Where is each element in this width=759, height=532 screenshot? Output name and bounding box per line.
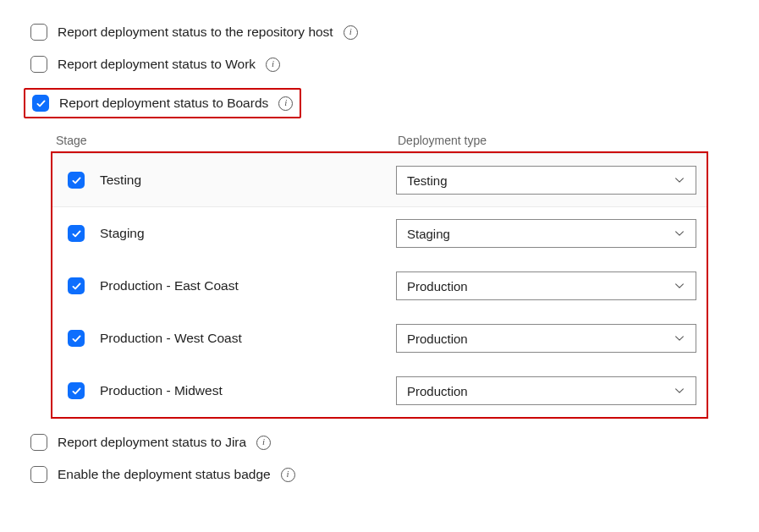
- stage-name: Production - West Coast: [100, 331, 242, 346]
- label-repo-host: Report deployment status to the reposito…: [58, 25, 333, 40]
- header-type: Deployment type: [398, 134, 708, 147]
- checkbox-stage-testing[interactable]: [68, 172, 85, 189]
- deployment-type-select[interactable]: Production: [396, 324, 696, 353]
- checkbox-work[interactable]: [30, 56, 47, 73]
- option-jira: Report deployment status to Jira: [30, 434, 742, 451]
- label-work: Report deployment status to Work: [58, 57, 256, 72]
- checkbox-stage-staging[interactable]: [68, 225, 85, 242]
- checkbox-badge[interactable]: [30, 466, 47, 483]
- info-icon[interactable]: [278, 96, 293, 111]
- deployment-type-select[interactable]: Production: [396, 376, 696, 405]
- stage-name: Production - East Coast: [100, 278, 239, 293]
- select-value: Production: [407, 384, 468, 398]
- checkbox-stage-prod-west[interactable]: [68, 330, 85, 347]
- label-boards: Report deployment status to Boards: [59, 96, 268, 111]
- select-value: Production: [407, 332, 468, 346]
- info-icon[interactable]: [281, 468, 295, 482]
- deployment-type-select[interactable]: Staging: [396, 219, 696, 248]
- stage-name: Production - Midwest: [100, 383, 223, 398]
- deployment-type-select[interactable]: Testing: [396, 166, 696, 195]
- stage-row: Production - Midwest Production: [52, 365, 707, 417]
- stages-panel: Testing Testing Staging Staging: [51, 151, 708, 419]
- checkbox-boards[interactable]: [32, 95, 49, 112]
- header-stage: Stage: [51, 134, 398, 147]
- option-boards: Report deployment status to Boards: [24, 88, 301, 118]
- stage-name: Staging: [100, 226, 145, 241]
- info-icon[interactable]: [266, 58, 280, 72]
- select-value: Testing: [407, 173, 448, 188]
- chevron-down-icon: [674, 174, 685, 186]
- label-jira: Report deployment status to Jira: [58, 435, 246, 450]
- info-icon[interactable]: [256, 436, 271, 450]
- chevron-down-icon: [674, 280, 685, 292]
- checkbox-jira[interactable]: [30, 434, 47, 451]
- deployment-type-select[interactable]: Production: [396, 271, 696, 300]
- select-value: Production: [407, 279, 468, 293]
- stage-row: Testing Testing: [52, 153, 707, 207]
- option-repo-host: Report deployment status to the reposito…: [30, 24, 742, 41]
- info-icon[interactable]: [344, 25, 358, 40]
- highlight-boards: Report deployment status to Boards: [30, 88, 742, 118]
- stage-row: Production - West Coast Production: [52, 312, 707, 365]
- chevron-down-icon: [674, 385, 685, 397]
- checkbox-repo-host[interactable]: [30, 24, 47, 41]
- stage-row: Production - East Coast Production: [52, 260, 707, 312]
- checkbox-stage-prod-east[interactable]: [68, 277, 85, 294]
- stage-row: Staging Staging: [52, 207, 707, 260]
- option-badge: Enable the deployment status badge: [30, 466, 742, 483]
- stage-headers: Stage Deployment type: [51, 134, 708, 151]
- chevron-down-icon: [674, 332, 685, 344]
- chevron-down-icon: [674, 228, 685, 239]
- label-badge: Enable the deployment status badge: [58, 467, 271, 482]
- select-value: Staging: [407, 227, 450, 241]
- checkbox-stage-prod-midwest[interactable]: [68, 382, 85, 399]
- stage-name: Testing: [100, 173, 141, 188]
- option-work: Report deployment status to Work: [30, 56, 742, 73]
